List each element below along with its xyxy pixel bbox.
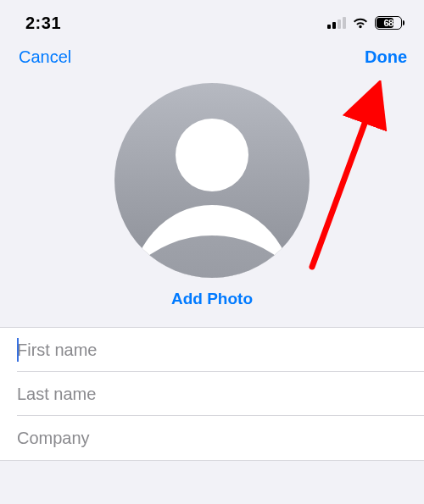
nav-bar: Cancel Done	[0, 46, 424, 80]
first-name-input[interactable]	[17, 341, 424, 360]
text-caret	[17, 338, 19, 362]
status-indicators: 68	[327, 16, 402, 30]
contact-form	[0, 327, 424, 461]
status-bar: 2:31 68	[0, 0, 424, 46]
cancel-button[interactable]: Cancel	[19, 47, 71, 67]
battery-percent: 68	[383, 18, 393, 28]
add-photo-button[interactable]: Add Photo	[171, 290, 253, 308]
last-name-input[interactable]	[17, 385, 424, 404]
status-time: 2:31	[25, 14, 61, 33]
last-name-row[interactable]	[0, 372, 424, 416]
company-row[interactable]	[0, 416, 424, 460]
avatar-section: Add Photo	[0, 80, 424, 327]
done-button[interactable]: Done	[365, 47, 407, 67]
contact-avatar-placeholder[interactable]	[114, 83, 310, 278]
battery-icon: 68	[375, 16, 402, 30]
wifi-icon	[352, 17, 369, 29]
cellular-icon	[327, 17, 346, 29]
company-input[interactable]	[17, 429, 424, 448]
first-name-row[interactable]	[0, 328, 424, 372]
